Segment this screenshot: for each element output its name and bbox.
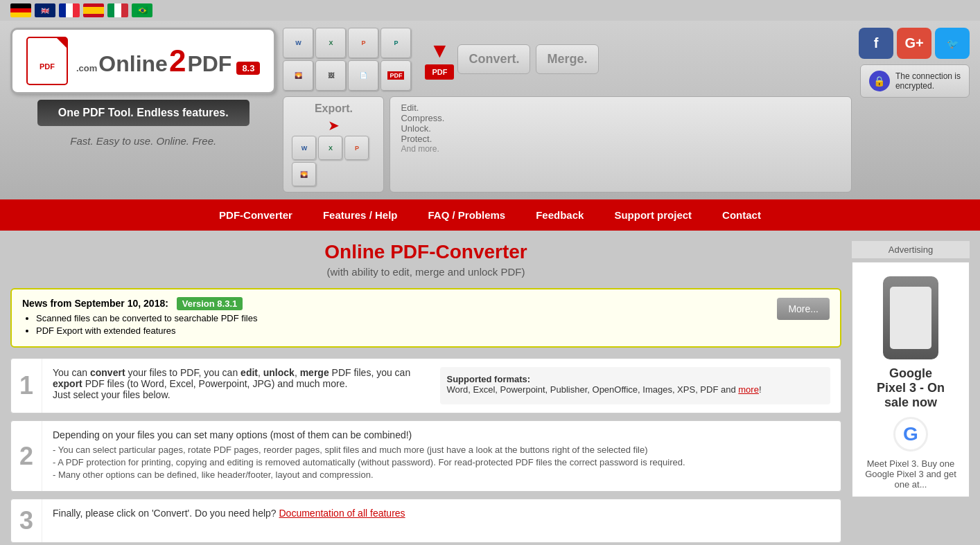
step-2-box: 2 Depending on your files you can set ma… (10, 420, 841, 492)
nav-contact[interactable]: Contact (707, 199, 776, 231)
convert-label: Convert. (469, 52, 519, 66)
step-2-bullet-3: - Many other options can be defined, lik… (53, 470, 830, 480)
merge-label: Merge. (547, 52, 587, 66)
phone-screen (890, 287, 931, 349)
news-box: News from September 10, 2018: Version 8.… (10, 288, 841, 348)
flag-fr[interactable] (59, 3, 80, 17)
lock-icon: 🔒 (869, 71, 890, 91)
main-nav: PDF-Converter Features / Help FAQ / Prob… (0, 199, 980, 231)
googleplus-button[interactable]: G+ (897, 28, 931, 59)
logo-box: PDF .com Online 2 PDF 8.3 (10, 28, 276, 94)
edit-line-1: Edit. (401, 102, 841, 113)
step-2-content: Depending on your files you can set many… (42, 421, 841, 491)
step-1-box: 1 You can convert your files to PDF, you… (10, 358, 841, 413)
convert-btn-display: Convert. (457, 44, 530, 74)
edit-line-3: Unlock. (401, 123, 841, 134)
nav-pdf-converter[interactable]: PDF-Converter (204, 199, 308, 231)
pdf-result-icon: PDF (425, 64, 454, 80)
step-1-number: 1 (11, 359, 42, 413)
edit-line-5: And more. (401, 144, 841, 154)
news-left: News from September 10, 2018: Version 8.… (22, 298, 770, 338)
logo-icon: PDF (26, 37, 68, 85)
step-2-bullet-2: - A PDF protection for printing, copying… (53, 457, 830, 467)
page-title: Online PDF-Converter (10, 241, 841, 263)
step-3-box: 3 Finally, please click on 'Convert'. Do… (10, 499, 841, 543)
ssl-box: 🔒 The connection isencrypted. (860, 64, 970, 98)
tool-word[interactable]: W (283, 28, 313, 58)
page-subtitle: (with ability to edit, merge and unlock … (10, 266, 841, 278)
tagline-button[interactable]: One PDF Tool. Endless features. (37, 100, 250, 126)
flag-it[interactable] (107, 3, 128, 17)
news-item-2: PDF Export with extended features (36, 325, 770, 336)
edit-line-4: Protect. (401, 134, 841, 144)
phone-image (883, 276, 938, 359)
main-wrapper: Online PDF-Converter (with ability to ed… (0, 231, 980, 545)
logo-text: .com Online 2 PDF 8.3 (76, 44, 260, 78)
documentation-link[interactable]: Documentation of all features (279, 508, 405, 519)
tool-img3[interactable]: 📄 (348, 60, 378, 91)
flag-de[interactable] (10, 3, 31, 17)
flag-es[interactable] (83, 3, 104, 17)
step-2-main-text: Depending on your files you can set many… (53, 429, 830, 440)
tool-img2[interactable]: 🖼 (315, 60, 346, 91)
ad-box[interactable]: GooglePixel 3 - Onsale now G Meet Pixel … (852, 262, 970, 497)
tool-excel[interactable]: X (315, 28, 346, 58)
ad-title: GooglePixel 3 - Onsale now (859, 366, 962, 410)
facebook-button[interactable]: f (859, 28, 893, 59)
edit-line-2: Compress. (401, 113, 841, 123)
news-version: Version 8.3.1 (177, 297, 243, 310)
twitter-button[interactable]: 🐦 (935, 28, 970, 59)
logo-icon-text: PDF (40, 62, 55, 71)
supported-formats-label: Supported formats: (447, 374, 531, 384)
export-img[interactable]: 🌄 (292, 162, 316, 186)
down-arrow-icon: ▼ (430, 39, 450, 62)
sidebar-advertising: Advertising GooglePixel 3 - Onsale now G… (852, 241, 970, 545)
logo-com: .com (76, 63, 97, 73)
merge-btn-display: Merge. (536, 44, 598, 74)
nav-features-help[interactable]: Features / Help (308, 199, 413, 231)
export-ppt[interactable]: P (344, 136, 369, 160)
ad-body-text: Meet Pixel 3. Buy one Google Pixel 3 and… (859, 458, 962, 490)
logo-pdf: PDF (187, 51, 231, 77)
news-title-text: News from September 10, 2018: (22, 298, 168, 309)
ad-label: Advertising (852, 241, 970, 258)
nav-support[interactable]: Support project (599, 199, 707, 231)
flag-gb[interactable]: 🇬🇧 (35, 3, 55, 17)
tool-pub[interactable]: P (380, 28, 411, 58)
tool-pdf-in[interactable]: PDF (380, 60, 411, 91)
tool-img1[interactable]: 🌄 (283, 60, 313, 91)
edit-display: Edit. Compress. Unlock. Protect. And mor… (390, 96, 852, 193)
news-title: News from September 10, 2018: Version 8.… (22, 298, 770, 309)
step-1-content: You can convert your files to PDF, you c… (42, 359, 841, 413)
nav-feedback[interactable]: Feedback (520, 199, 599, 231)
step-2-number: 2 (11, 421, 42, 491)
export-display: Export. ➤ W X P 🌄 (283, 96, 384, 193)
news-item-1: Scanned files can be converted to search… (36, 313, 770, 323)
tool-ppt[interactable]: P (348, 28, 378, 58)
export-word[interactable]: W (292, 136, 316, 160)
logo-two: 2 (169, 44, 186, 78)
tools-section: W X P P 🌄 🖼 📄 PDF ▼ PDF Convert. Mer (283, 28, 852, 193)
social-section: f G+ 🐦 🔒 The connection isencrypted. (859, 28, 970, 98)
step-2-bullet-1: - You can select particular pages, rotat… (53, 445, 830, 455)
more-formats-link[interactable]: more (738, 384, 759, 395)
slogan-text: Fast. Easy to use. Online. Free. (70, 135, 216, 147)
export-arrow-icon: ➤ (328, 117, 340, 134)
news-list: Scanned files can be converted to search… (22, 313, 770, 336)
flag-br[interactable]: 🇧🇷 (132, 3, 152, 17)
step-1-left: You can convert your files to PDF, you c… (53, 367, 430, 404)
ssl-text: The connection isencrypted. (895, 71, 961, 91)
step-3-text: Finally, please click on 'Convert'. Do y… (53, 508, 277, 519)
google-logo: G (893, 417, 928, 452)
nav-faq[interactable]: FAQ / Problems (412, 199, 520, 231)
step-1-right: Supported formats: Word, Excel, Powerpoi… (440, 367, 831, 404)
step-1-split: You can convert your files to PDF, you c… (53, 367, 830, 404)
news-more-button[interactable]: More... (777, 298, 830, 320)
step-3-number: 3 (11, 499, 42, 542)
main-content: Online PDF-Converter (with ability to ed… (10, 241, 841, 545)
version-badge: 8.3 (236, 62, 260, 75)
step-1-text: You can convert your files to PDF, you c… (53, 367, 430, 400)
social-buttons: f G+ 🐦 (859, 28, 970, 59)
export-excel[interactable]: X (318, 136, 342, 160)
logo-section: PDF .com Online 2 PDF 8.3 One PDF Tool. … (10, 28, 276, 147)
